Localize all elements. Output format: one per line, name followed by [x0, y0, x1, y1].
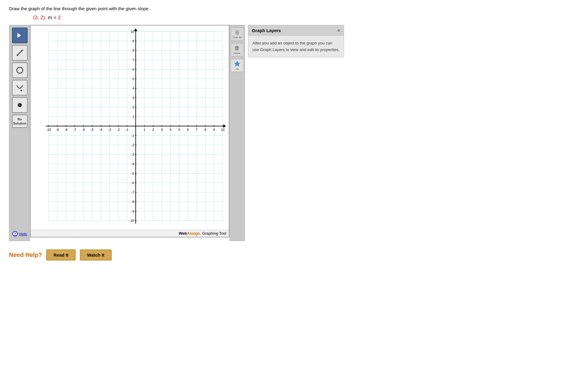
svg-marker-0 [17, 33, 21, 38]
layers-title: Graph Layers [252, 28, 281, 33]
bottom-section: Need Help? Read It Watch It [9, 249, 574, 261]
tool-line[interactable] [12, 45, 28, 61]
help-label: Help [19, 232, 27, 236]
tool-arrow[interactable] [12, 28, 28, 43]
need-help-label: Need Help? [9, 252, 42, 258]
delete-button[interactable]: 🗑 Delete [231, 43, 244, 56]
graph-canvas[interactable] [31, 26, 229, 230]
main-area: No Solution ? Help WebAssign. Graphing T… [9, 25, 574, 241]
help-button[interactable]: ? Help [12, 231, 27, 238]
read-it-button[interactable]: Read It [46, 249, 76, 261]
brand-assign: Assign [187, 231, 200, 236]
clear-all-label: Clear All [233, 36, 242, 39]
watch-it-button[interactable]: Watch It [80, 249, 112, 261]
tool-point[interactable] [12, 97, 28, 113]
layers-panel: Graph Layers « After you add an object t… [248, 25, 344, 57]
help-icon: ? [12, 231, 18, 237]
tool-panel: No Solution ? Help [9, 25, 30, 241]
graph-container: WebAssign. Graphing Tool [30, 25, 229, 237]
layers-description: After you add an object to the graph you… [252, 41, 340, 52]
layers-body: After you add an object to the graph you… [248, 36, 344, 57]
svg-point-4 [17, 67, 23, 73]
slope-label: m [48, 15, 52, 20]
layers-header: Graph Layers « [248, 25, 344, 36]
clear-all-icon: ☰ [235, 30, 239, 35]
point-slope-display: (3, 2), m = 2 [33, 15, 574, 21]
tool-parabola[interactable] [12, 80, 28, 95]
fill-button[interactable]: Fill [231, 59, 244, 72]
graph-footer: WebAssign. Graphing Tool [31, 230, 229, 237]
point-display: (3, 2), [33, 15, 48, 20]
delete-label: Delete [234, 52, 240, 55]
fill-label: Fill [235, 68, 238, 71]
svg-marker-8 [234, 61, 240, 66]
tool-circle[interactable] [12, 62, 28, 78]
fill-icon [234, 61, 240, 67]
brand-web: Web [179, 231, 187, 236]
brand-suffix: . Graphing Tool [200, 231, 226, 236]
delete-icon: 🗑 [234, 45, 240, 51]
svg-point-7 [18, 103, 22, 107]
clear-all-button[interactable]: ☰ Clear All [231, 28, 244, 41]
right-controls: ☰ Clear All 🗑 Delete Fill [229, 25, 245, 241]
layers-collapse-button[interactable]: « [337, 28, 340, 33]
tool-no-solution[interactable]: No Solution [12, 115, 28, 128]
instruction-text: Draw the graph of the line through the g… [9, 6, 574, 11]
